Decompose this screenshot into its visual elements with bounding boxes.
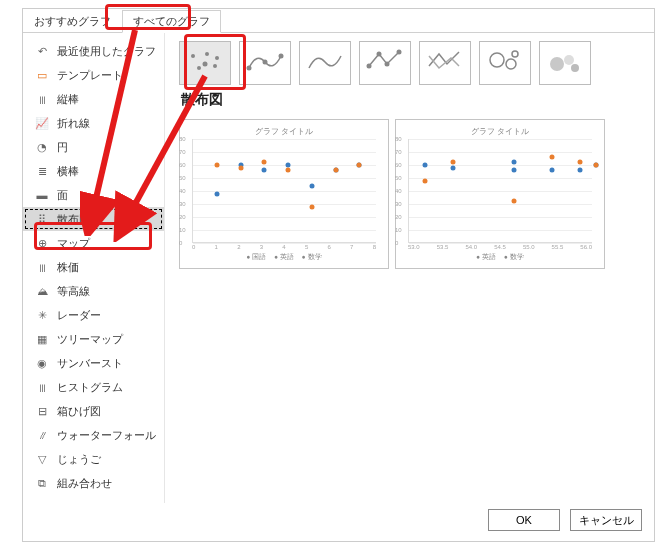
scatter-subtype-3[interactable] — [359, 41, 411, 85]
sidebar-item-1[interactable]: ▭テンプレート — [23, 63, 164, 87]
svg-point-12 — [397, 50, 402, 55]
sidebar-item-9[interactable]: ⫼株価 — [23, 255, 164, 279]
side-label: ウォーターフォール — [57, 428, 156, 443]
scatter-subtype-5[interactable] — [479, 41, 531, 85]
svg-point-0 — [191, 54, 195, 58]
sidebar-item-13[interactable]: ◉サンバースト — [23, 351, 164, 375]
sidebar-item-17[interactable]: ▽じょうご — [23, 447, 164, 471]
section-title: 散布図 — [181, 91, 644, 109]
subtype-icon — [365, 46, 405, 80]
svg-point-6 — [247, 66, 252, 71]
scatter-subtype-row — [179, 41, 644, 85]
svg-point-9 — [367, 64, 372, 69]
side-label: レーダー — [57, 308, 101, 323]
tab-all-charts[interactable]: すべてのグラフ — [122, 10, 221, 33]
side-label: ツリーマップ — [57, 332, 123, 347]
svg-point-14 — [506, 59, 516, 69]
side-label: じょうご — [57, 452, 101, 467]
svg-point-8 — [279, 54, 284, 59]
preview-title: グラフ タイトル — [188, 126, 380, 137]
xaxis: 012345678 — [192, 244, 376, 250]
svg-point-7 — [263, 60, 268, 65]
subtype-icon — [185, 46, 225, 80]
sidebar-item-16[interactable]: ⫽ウォーターフォール — [23, 423, 164, 447]
main-panel: 散布図 グラフ タイトル 01020304050607080 012345678… — [165, 33, 654, 503]
plot-area: 01020304050607080 — [192, 139, 376, 243]
sidebar-item-14[interactable]: ⫼ヒストグラム — [23, 375, 164, 399]
subtype-icon — [425, 46, 465, 80]
side-icon-12: ▦ — [33, 331, 51, 347]
scatter-subtype-4[interactable] — [419, 41, 471, 85]
sidebar-item-11[interactable]: ✳レーダー — [23, 303, 164, 327]
side-icon-17: ▽ — [33, 451, 51, 467]
subtype-icon — [305, 46, 345, 80]
side-label: 株価 — [57, 260, 79, 275]
side-icon-15: ⊟ — [33, 403, 51, 419]
side-icon-11: ✳ — [33, 307, 51, 323]
side-icon-7: ⠿ — [33, 211, 51, 227]
side-icon-5: ≣ — [33, 163, 51, 179]
side-label: 円 — [57, 140, 68, 155]
side-label: 折れ線 — [57, 116, 90, 131]
side-label: 縦棒 — [57, 92, 79, 107]
sidebar-item-6[interactable]: ▬面 — [23, 183, 164, 207]
tab-bar: おすすめグラフ すべてのグラフ — [23, 9, 654, 33]
sidebar-item-8[interactable]: ⊕マップ — [23, 231, 164, 255]
chart-preview-0[interactable]: グラフ タイトル 01020304050607080 012345678 ● 国… — [179, 119, 389, 269]
sidebar-item-2[interactable]: ⫼縦棒 — [23, 87, 164, 111]
sidebar-item-5[interactable]: ≣横棒 — [23, 159, 164, 183]
side-icon-13: ◉ — [33, 355, 51, 371]
side-icon-6: ▬ — [33, 187, 51, 203]
side-label: サンバースト — [57, 356, 123, 371]
cancel-button[interactable]: キャンセル — [570, 509, 642, 531]
svg-point-4 — [213, 64, 217, 68]
ok-button[interactable]: OK — [488, 509, 560, 531]
svg-point-5 — [215, 56, 219, 60]
side-icon-10: ⛰ — [33, 283, 51, 299]
legend: ● 国語● 英語● 数学 — [188, 253, 380, 262]
sidebar-item-10[interactable]: ⛰等高線 — [23, 279, 164, 303]
tab-recommended[interactable]: おすすめグラフ — [23, 10, 122, 33]
side-label: 箱ひげ図 — [57, 404, 101, 419]
dialog-footer: OK キャンセル — [488, 509, 642, 531]
subtype-icon — [245, 46, 285, 80]
side-icon-3: 📈 — [33, 115, 51, 131]
insert-chart-dialog: おすすめグラフ すべてのグラフ ↶最近使用したグラフ▭テンプレート⫼縦棒📈折れ線… — [22, 8, 655, 542]
scatter-subtype-6[interactable] — [539, 41, 591, 85]
sidebar-item-4[interactable]: ◔円 — [23, 135, 164, 159]
side-icon-0: ↶ — [33, 43, 51, 59]
subtype-icon — [485, 46, 525, 80]
sidebar-item-18[interactable]: ⧉組み合わせ — [23, 471, 164, 495]
chart-category-sidebar: ↶最近使用したグラフ▭テンプレート⫼縦棒📈折れ線◔円≣横棒▬面⠿散布図⊕マップ⫼… — [23, 33, 165, 503]
svg-point-18 — [571, 64, 579, 72]
side-label: マップ — [57, 236, 90, 251]
plot-area: 01020304050607080 — [408, 139, 592, 243]
side-label: 散布図 — [57, 212, 90, 227]
sidebar-item-3[interactable]: 📈折れ線 — [23, 111, 164, 135]
side-label: 最近使用したグラフ — [57, 44, 156, 59]
scatter-subtype-1[interactable] — [239, 41, 291, 85]
side-icon-16: ⫽ — [33, 427, 51, 443]
svg-point-11 — [385, 62, 390, 67]
side-label: テンプレート — [57, 68, 123, 83]
chart-preview-1[interactable]: グラフ タイトル 01020304050607080 53.053.554.05… — [395, 119, 605, 269]
svg-point-13 — [490, 53, 504, 67]
subtype-icon — [545, 46, 585, 80]
scatter-subtype-0[interactable] — [179, 41, 231, 85]
legend: ● 英語● 数学 — [404, 253, 596, 262]
svg-point-10 — [377, 52, 382, 57]
sidebar-item-7[interactable]: ⠿散布図 — [23, 207, 164, 231]
sidebar-item-0[interactable]: ↶最近使用したグラフ — [23, 39, 164, 63]
side-label: 組み合わせ — [57, 476, 112, 491]
svg-point-16 — [550, 57, 564, 71]
side-icon-2: ⫼ — [33, 91, 51, 107]
chart-previews: グラフ タイトル 01020304050607080 012345678 ● 国… — [179, 119, 644, 269]
sidebar-item-12[interactable]: ▦ツリーマップ — [23, 327, 164, 351]
sidebar-item-15[interactable]: ⊟箱ひげ図 — [23, 399, 164, 423]
side-label: 面 — [57, 188, 68, 203]
svg-point-15 — [512, 51, 518, 57]
scatter-subtype-2[interactable] — [299, 41, 351, 85]
side-icon-8: ⊕ — [33, 235, 51, 251]
svg-point-1 — [197, 66, 201, 70]
side-icon-4: ◔ — [33, 139, 51, 155]
